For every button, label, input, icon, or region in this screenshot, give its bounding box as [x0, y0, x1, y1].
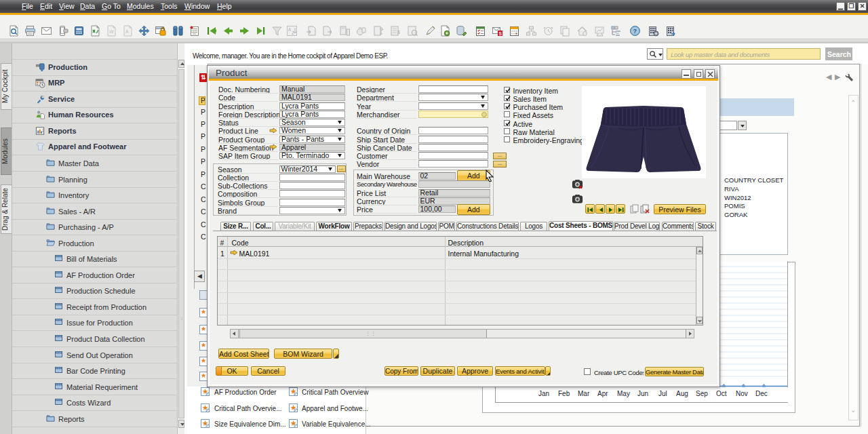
svg-text:Z: Z — [292, 31, 294, 35]
svg-text:?: ? — [633, 28, 637, 35]
svg-text:A: A — [125, 29, 129, 34]
svg-text:W: W — [109, 29, 114, 34]
svg-text:S: S — [499, 31, 502, 36]
svg-text:$: $ — [397, 30, 400, 35]
